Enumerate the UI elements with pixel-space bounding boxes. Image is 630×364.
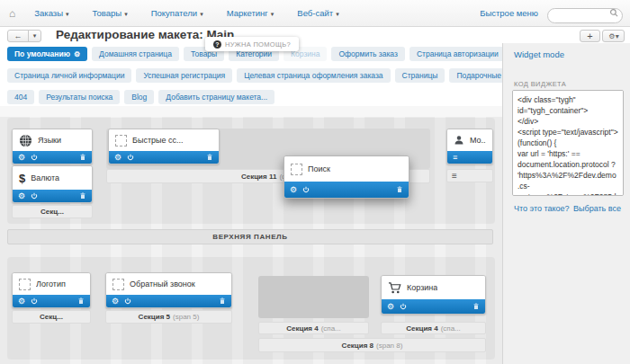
chevron-down-icon [122,8,128,18]
cart-icon [388,281,401,295]
block-logo[interactable]: Логотип ⚙ [12,272,91,308]
block-toolbar: ⚙ [382,299,485,314]
trash-icon[interactable] [219,297,226,305]
topbar-search [547,5,623,21]
menu-icon[interactable]: ≡ [453,154,457,162]
globe-icon [19,134,32,147]
home-icon[interactable]: ⌂ [9,7,15,20]
block-settings-icon[interactable]: ⚙ [387,303,394,311]
section-4-label[interactable]: Секция 4(спа... [381,322,486,334]
placeholder-icon [115,135,127,146]
top-menu-bar: ⌂ Заказы Товары Покупатели Маркетинг Веб… [0,0,630,27]
chevron-down-icon [63,8,69,18]
tab-default[interactable]: По умолчанию [7,47,87,61]
tab-profile-page[interactable]: Страница личной информации [7,68,131,83]
placeholder-icon [291,164,302,175]
tab-home-page[interactable]: Домашняя страница [92,47,179,61]
trash-icon[interactable] [79,154,86,161]
tab-blog[interactable]: Blog [124,90,154,104]
section-label[interactable]: Секц... [12,310,91,324]
widget-mode-link[interactable]: Widget mode [514,49,564,59]
power-toggle-icon[interactable] [31,154,38,161]
section-8-label[interactable]: Секция 8(span 8) [258,338,486,352]
what-is-it-link[interactable]: Что это такое? [514,204,570,213]
trash-icon[interactable] [77,297,85,305]
top-panel-bar[interactable]: ВЕРХНЯЯ ПАНЕЛЬ [7,229,493,244]
power-toggle-icon[interactable] [302,186,310,193]
trash-icon[interactable] [472,303,480,310]
page-header: Редактирование макета: Main [0,27,630,44]
select-all-link[interactable]: Выбрать все [573,204,621,213]
main-menu: Заказы Товары Покупатели Маркетинг Веб-с… [22,8,350,18]
placeholder-icon [19,279,31,290]
widget-code-textarea[interactable]: <div class="tygh" id="tygh_container"> <… [512,90,624,196]
power-toggle-icon[interactable] [124,297,131,305]
block-toolbar: ⚙ [13,190,92,202]
menu-item-products[interactable]: Товары [81,8,140,18]
block-callback[interactable]: Обратный звонок ⚙ [105,272,232,308]
tab-checkout-landing[interactable]: Целевая страница оформления заказа [237,68,390,83]
block-search-dragging[interactable]: Поиск ⚙ [284,155,410,199]
power-toggle-icon[interactable] [127,154,134,161]
trash-icon[interactable] [396,186,403,193]
person-icon [454,135,464,146]
menu-item-website[interactable]: Веб-сайт [285,8,350,18]
block-settings-icon[interactable]: ⚙ [18,154,25,162]
block-quick-links[interactable]: Быстрые сс... ⚙ [108,129,220,164]
tab-pages[interactable]: Страницы [395,68,446,83]
need-help-tooltip[interactable]: ? НУЖНА ПОМОЩЬ? [205,37,299,51]
back-button[interactable] [7,30,29,42]
block-settings-icon[interactable]: ⚙ [18,297,25,306]
block-currency[interactable]: Валюта ⚙ [12,165,93,203]
placeholder-icon [112,279,124,290]
block-settings-icon[interactable]: ⚙ [18,192,25,200]
chevron-down-icon [333,8,339,18]
section-5-label[interactable]: Секция 5(span 5) [105,310,232,324]
tab-row-2: Страница личной информации Успешная реги… [7,68,558,83]
section-label[interactable]: ≡ [446,169,493,182]
layout-tabs: По умолчанию Домашняя страница Товары Ка… [0,44,502,106]
block-toolbar: ≡ [447,151,492,164]
power-toggle-icon[interactable] [31,192,38,200]
trash-icon[interactable] [206,154,213,161]
menu-item-marketing[interactable]: Маркетинг [215,8,286,18]
block-settings-icon[interactable]: ⚙ [114,154,122,162]
tab-search-results[interactable]: Результаты поиска [39,90,120,104]
layout-editor-app: ⌂ Заказы Товары Покупатели Маркетинг Веб… [0,0,630,364]
chevron-down-icon [197,8,203,18]
back-dropdown-button[interactable] [28,30,41,42]
search-icon [609,8,618,17]
block-languages[interactable]: Языки ⚙ [12,129,93,164]
tab-404[interactable]: 404 [7,90,34,104]
tab-add-layout-page[interactable]: Добавить страницу макета... [158,90,274,104]
section-label[interactable]: Секц... [12,205,93,218]
block-toolbar: ⚙ [284,182,409,198]
canvas-top-strip [0,106,502,117]
power-toggle-icon[interactable] [400,303,407,310]
trash-icon[interactable] [79,192,86,200]
question-icon: ? [213,40,221,49]
section-4-dropzone[interactable] [258,276,369,318]
gear-icon[interactable] [70,49,80,58]
power-toggle-icon[interactable] [31,297,38,305]
widget-sidebar: Widget mode КОД ВИДЖЕТА <div class="tygh… [502,43,630,364]
section-4-label[interactable]: Секция 4(спа... [258,322,369,334]
dollar-icon [19,170,25,186]
menu-item-orders[interactable]: Заказы [22,8,80,18]
tab-row-3: 404 Результаты поиска Blog Добавить стра… [7,90,274,104]
widget-code-label: КОД ВИДЖЕТА [514,80,566,88]
tab-registration-success[interactable]: Успешная регистрация [136,68,232,83]
block-cart[interactable]: Корзина ⚙ [381,275,486,315]
tab-checkout[interactable]: Оформить заказ [331,47,404,61]
tab-auth-page[interactable]: Страница авторизации [410,47,506,61]
block-settings-icon[interactable]: ⚙ [112,297,119,306]
add-button[interactable] [580,30,600,42]
settings-button[interactable] [602,30,625,42]
quick-menu-link[interactable]: Быстрое меню [480,8,538,18]
menu-item-customers[interactable]: Покупатели [140,8,215,18]
block-settings-icon[interactable]: ⚙ [290,186,297,194]
menu-icon: ≡ [452,172,457,181]
chevron-down-icon [268,8,274,18]
block-account[interactable]: Мо... ≡ [446,129,493,164]
layout-canvas: Языки ⚙ Валюта ⚙ Секц... [0,106,502,364]
